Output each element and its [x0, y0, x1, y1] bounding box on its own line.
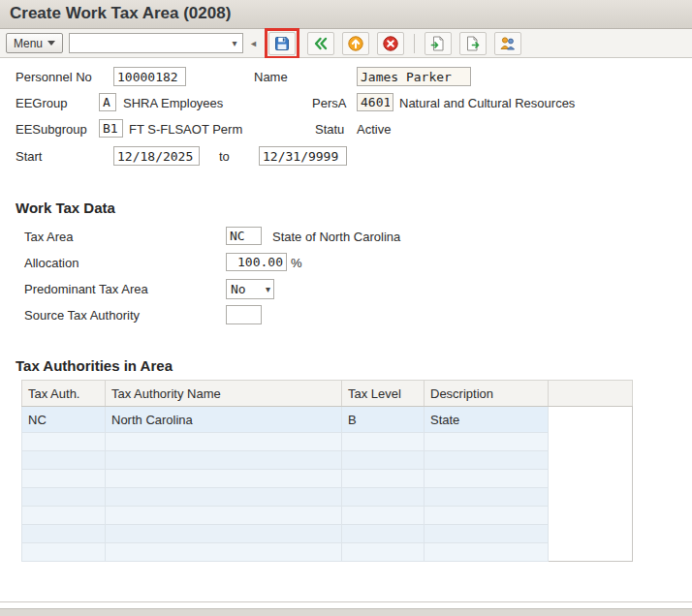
- table-cell: [106, 507, 342, 525]
- table-cell-blank: [549, 525, 633, 543]
- tax-authorities-heading: Tax Authorities in Area: [16, 357, 173, 374]
- source-tax-authority-field[interactable]: [226, 305, 262, 324]
- table-cell-blank: [549, 543, 633, 562]
- tax-table-body: NCNorth CarolinaBState: [22, 407, 633, 562]
- document-arrow-out-icon: [464, 35, 482, 52]
- table-row-empty[interactable]: [22, 470, 633, 488]
- menu-button[interactable]: Menu: [6, 33, 63, 53]
- back-icon: [312, 35, 330, 52]
- table-cell-blank: [549, 433, 633, 451]
- table-row-empty[interactable]: [22, 488, 633, 507]
- column-header[interactable]: Tax Level: [342, 381, 425, 407]
- command-combobox[interactable]: ▾: [69, 33, 243, 53]
- cancel-button[interactable]: [377, 32, 404, 55]
- tax-area-text: State of North Carolina: [272, 230, 400, 244]
- menu-caret-icon: [47, 41, 55, 46]
- table-cell: [425, 451, 549, 470]
- main-content: Personnel No Name EEGroup SHRA Employees…: [0, 58, 692, 616]
- predominant-tax-area-select[interactable]: No ▾: [226, 279, 274, 299]
- start-date-field[interactable]: [113, 146, 200, 166]
- personnel-no-field[interactable]: [113, 67, 186, 86]
- toolbar: Menu ▾ ◄: [0, 29, 692, 58]
- table-row-empty[interactable]: [22, 451, 633, 470]
- table-row-empty[interactable]: [22, 525, 633, 543]
- predominant-tax-area-value: No: [231, 282, 246, 296]
- table-row-empty[interactable]: [22, 543, 633, 562]
- page-title: Create Work Tax Area (0208): [0, 0, 692, 29]
- ee-group-field[interactable]: [99, 93, 116, 111]
- ee-group-text: SHRA Employees: [123, 96, 223, 110]
- collapse-toolbar-icon[interactable]: ◄: [249, 39, 258, 48]
- column-header[interactable]: Tax Auth.: [22, 381, 106, 407]
- name-label: Name: [254, 70, 288, 84]
- copy-record-button[interactable]: [425, 32, 452, 55]
- save-icon: [273, 35, 291, 52]
- table-cell-blank: [549, 451, 633, 470]
- table-row-empty[interactable]: [22, 433, 633, 451]
- back-button[interactable]: [307, 32, 334, 55]
- table-cell-blank: [549, 407, 633, 433]
- next-record-button[interactable]: [459, 32, 487, 55]
- people-icon: [499, 35, 517, 52]
- bottom-divider: [0, 601, 692, 602]
- allocation-field[interactable]: [226, 253, 287, 271]
- table-cell: [342, 433, 425, 451]
- table-cell: [342, 470, 425, 488]
- table-cell: B: [342, 407, 425, 433]
- combo-dropdown-icon[interactable]: ▾: [227, 38, 242, 48]
- ee-subgroup-field[interactable]: [99, 119, 123, 138]
- command-input[interactable]: [70, 34, 227, 52]
- menu-button-label: Menu: [14, 37, 43, 50]
- document-arrow-in-icon: [429, 35, 447, 52]
- predominant-tax-area-label: Predominant Tax Area: [24, 282, 148, 296]
- table-cell: [425, 507, 549, 525]
- tax-authorities-table: Tax Auth.Tax Authority NameTax LevelDesc…: [21, 380, 633, 562]
- table-cell-blank: [549, 470, 633, 488]
- ee-subgroup-text: FT S-FLSAOT Perm: [129, 122, 242, 137]
- table-cell: [22, 451, 106, 470]
- table-cell: [22, 488, 106, 507]
- table-cell: [425, 470, 549, 488]
- table-cell: State: [425, 407, 549, 433]
- status-text: Active: [357, 122, 391, 137]
- table-cell: [106, 451, 342, 470]
- personnel-button[interactable]: [494, 32, 521, 55]
- tutorial-highlight-frame: [265, 28, 299, 59]
- pers-area-label: PersA: [312, 96, 346, 110]
- save-button[interactable]: [268, 32, 296, 55]
- table-row[interactable]: NCNorth CarolinaBState: [22, 407, 633, 433]
- column-header[interactable]: Tax Authority Name: [106, 381, 342, 407]
- table-cell: [106, 543, 342, 562]
- to-label: to: [219, 149, 230, 164]
- tax-area-label: Tax Area: [24, 230, 74, 244]
- name-field[interactable]: [357, 67, 471, 86]
- status-label: Statu: [315, 122, 344, 137]
- chevron-down-icon: ▾: [266, 284, 270, 294]
- pers-area-text: Natural and Cultural Resources: [399, 96, 575, 110]
- personnel-no-label: Personnel No: [16, 70, 92, 84]
- table-cell: [106, 488, 342, 507]
- end-date-field[interactable]: [259, 146, 347, 166]
- table-cell: [425, 543, 549, 562]
- exit-button[interactable]: [342, 32, 369, 55]
- source-tax-authority-label: Source Tax Authority: [24, 308, 140, 323]
- table-cell: [425, 525, 549, 543]
- table-row-empty[interactable]: [22, 507, 633, 525]
- table-cell: [342, 525, 425, 543]
- column-header[interactable]: Description: [425, 381, 549, 407]
- table-cell-blank: [549, 507, 633, 525]
- exit-icon: [347, 35, 364, 52]
- tax-table-header-row: Tax Auth.Tax Authority NameTax LevelDesc…: [22, 381, 633, 407]
- work-tax-data-heading: Work Tax Data: [16, 200, 115, 216]
- bottom-strip: [0, 608, 692, 616]
- pers-area-field[interactable]: [357, 93, 393, 111]
- table-cell: [22, 525, 106, 543]
- table-cell: [22, 470, 106, 488]
- allocation-unit: %: [291, 256, 302, 270]
- table-cell: [342, 543, 425, 562]
- table-cell-blank: [549, 488, 633, 507]
- tax-area-field[interactable]: [226, 227, 262, 245]
- table-cell: [342, 507, 425, 525]
- table-cell: [106, 525, 342, 543]
- allocation-label: Allocation: [24, 256, 79, 270]
